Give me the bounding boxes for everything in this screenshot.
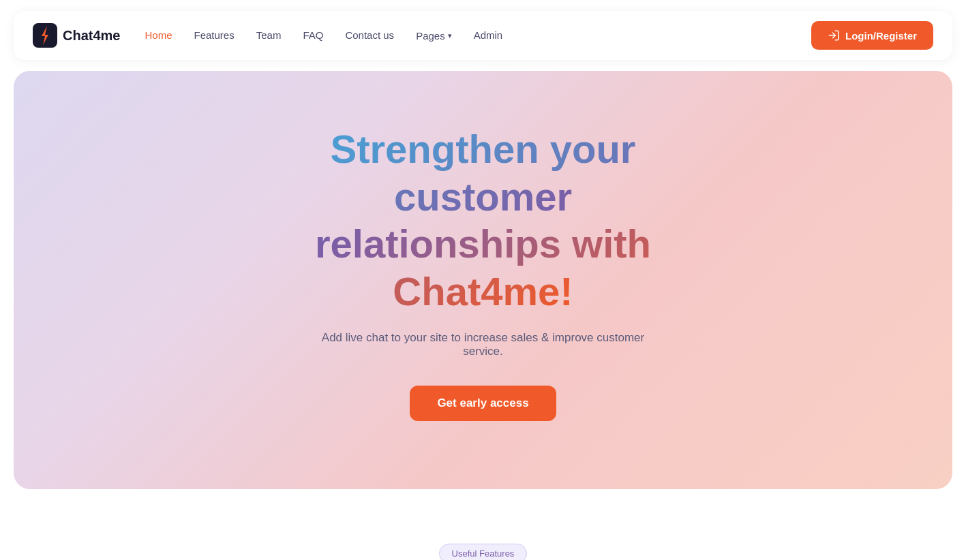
lightning-bolt-icon [33,23,57,48]
get-early-access-button[interactable]: Get early access [410,386,556,421]
chevron-down-icon: ▾ [448,31,452,40]
nav-item-admin[interactable]: Admin [474,29,503,42]
nav-item-contact[interactable]: Contact us [345,29,394,42]
nav-item-faq[interactable]: FAQ [303,29,323,42]
hero-subtitle: Add live chat to your site to increase s… [313,331,654,358]
nav-link-pages[interactable]: Pages ▾ [416,30,452,42]
nav-link-team[interactable]: Team [256,29,282,41]
nav-link-faq[interactable]: FAQ [303,29,323,41]
features-badge: Useful Features [439,544,528,560]
hero-title-text: Strengthen your customer relationships w… [315,127,651,313]
nav-links: Home Features Team FAQ Contact us Pages … [145,29,502,42]
nav-item-home[interactable]: Home [145,29,172,42]
logo-text: Chat4me [63,28,120,44]
logo-link[interactable]: Chat4me [33,23,120,48]
features-section: Useful Features Everything you need to s… [0,489,966,560]
nav-link-features[interactable]: Features [194,29,235,41]
hero-section: Strengthen your customer relationships w… [14,71,952,489]
navbar: Chat4me Home Features Team FAQ Contact u… [14,11,952,60]
login-register-button[interactable]: Login/Register [811,21,933,50]
nav-link-contact[interactable]: Contact us [345,29,394,41]
nav-link-home[interactable]: Home [145,29,172,41]
nav-link-admin[interactable]: Admin [474,29,503,41]
nav-item-team[interactable]: Team [256,29,282,42]
login-icon [828,29,840,42]
hero-title: Strengthen your customer relationships w… [245,125,722,315]
nav-item-features[interactable]: Features [194,29,235,42]
navbar-left: Chat4me Home Features Team FAQ Contact u… [33,23,502,48]
nav-item-pages[interactable]: Pages ▾ [416,30,452,42]
